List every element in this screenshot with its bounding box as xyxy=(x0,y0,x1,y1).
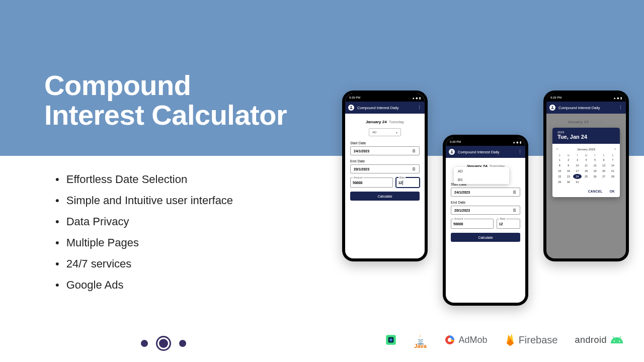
calendar-day[interactable]: 22 xyxy=(555,174,564,179)
phone-mockups: 9:29 PM ▲ ◆ ▮ Compound Interest Daily ⋮ … xyxy=(342,90,624,312)
dialog-month: January 2023 xyxy=(577,148,595,151)
calendar-day[interactable]: 17 xyxy=(573,168,582,173)
tech-logos: Java AdMob Firebase android xyxy=(384,332,624,348)
status-bar: 9:29 PM ▲ ◆ ▮ xyxy=(546,94,626,102)
calendar-day[interactable]: 9 xyxy=(565,163,573,168)
calendar-day[interactable]: 4 xyxy=(582,157,591,162)
calendar-day[interactable]: 20 xyxy=(600,168,608,173)
today-header: January 24 Tuesday xyxy=(350,120,420,124)
calendar-type-dropdown[interactable]: AD▾ xyxy=(369,128,401,136)
calendar-grid: SMTWTFS123456789101112131415161718192021… xyxy=(552,152,620,187)
prev-month-icon[interactable]: ‹ xyxy=(556,147,558,151)
app-title: Compound Interest Daily xyxy=(357,106,414,110)
amount-input[interactable]: Amount 50000 xyxy=(451,219,494,229)
svg-point-8 xyxy=(351,106,352,108)
calendar-icon: 🗓 xyxy=(513,190,517,195)
rate-input[interactable]: Rate 12 xyxy=(497,219,520,229)
firebase-logo: Firebase xyxy=(505,333,558,347)
dialog-date: Tue, Jan 24 xyxy=(557,134,615,140)
calendar-day[interactable]: 29 xyxy=(555,179,564,185)
pager-dot-active[interactable] xyxy=(159,339,168,348)
calendar-day[interactable]: 3 xyxy=(573,157,582,162)
pager-dot[interactable] xyxy=(141,340,148,347)
calendar-day[interactable]: 12 xyxy=(591,163,599,168)
calculate-button[interactable]: Calculate xyxy=(451,233,520,242)
title-line-1: Compound xyxy=(44,69,191,101)
status-icons: ▲ ◆ ▮ xyxy=(613,96,622,100)
amount-input[interactable]: Amount 50000 xyxy=(350,177,393,188)
calendar-day[interactable]: 13 xyxy=(600,163,608,168)
calendar-day[interactable]: 6 xyxy=(600,157,608,162)
app-title: Compound Interest Daily xyxy=(558,106,615,110)
calendar-day[interactable]: 27 xyxy=(600,174,608,179)
calendar-day[interactable]: 5 xyxy=(591,157,599,162)
calendar-day[interactable]: 24 xyxy=(573,174,582,179)
calendar-day[interactable]: 21 xyxy=(608,168,617,173)
feature-item: Google Ads xyxy=(55,279,233,292)
calendar-day[interactable]: 8 xyxy=(555,163,564,168)
calendar-day[interactable]: 19 xyxy=(591,168,599,173)
calendar-day[interactable]: 15 xyxy=(555,168,564,173)
end-date-input[interactable]: 20/1/2023 🗓 xyxy=(350,164,420,173)
start-date-input[interactable]: 24/1/2023 🗓 xyxy=(350,146,420,155)
status-icons: ▲ ◆ ▮ xyxy=(412,96,421,100)
calendar-day[interactable]: 10 xyxy=(573,163,582,168)
calendar-day[interactable]: 2 xyxy=(565,157,573,162)
calendar-day[interactable]: 18 xyxy=(582,168,591,173)
feature-item: Simple and Intuitive user interface xyxy=(55,194,233,207)
calendar-day[interactable]: 7 xyxy=(608,157,617,162)
status-bar: 9:29 PM ▲ ◆ ▮ xyxy=(446,138,525,146)
dialog-year[interactable]: 2023 xyxy=(557,131,615,134)
ok-button[interactable]: OK xyxy=(610,190,615,193)
start-date-label: Start Date xyxy=(350,141,420,145)
app-title: Compound Interest Daily xyxy=(458,150,515,154)
calendar-day[interactable]: 28 xyxy=(608,174,617,179)
feature-item: Multiple Pages xyxy=(55,236,233,249)
calculate-button[interactable]: Calculate xyxy=(350,192,420,201)
svg-point-4 xyxy=(614,340,615,341)
feature-item: Effortless Date Selection xyxy=(55,173,233,186)
calendar-day[interactable]: 23 xyxy=(565,174,573,179)
svg-point-10 xyxy=(552,106,553,108)
calendar-day[interactable]: 14 xyxy=(608,163,617,168)
menu-item-bs[interactable]: BS xyxy=(454,175,509,184)
android-logo: android xyxy=(575,335,624,345)
phone-mockup-2: 9:29 PM ▲ ◆ ▮ Compound Interest Daily ⋮ … xyxy=(443,135,528,306)
date-picker-dialog: 2023 Tue, Jan 24 ‹ January 2023 › SMTWTF… xyxy=(552,128,620,197)
status-bar: 9:29 PM ▲ ◆ ▮ xyxy=(345,94,425,102)
java-logo: Java xyxy=(415,332,427,348)
start-date-input[interactable]: 24/1/2023 🗓 xyxy=(451,188,520,197)
carousel-pager xyxy=(141,339,186,348)
overflow-icon[interactable]: ⋮ xyxy=(417,106,422,110)
svg-point-5 xyxy=(619,340,620,341)
account-icon[interactable] xyxy=(549,105,555,111)
title-line-2: Interest Calculator xyxy=(44,99,287,131)
account-icon[interactable] xyxy=(348,105,354,111)
admob-logo: AdMob xyxy=(444,334,488,346)
rate-input[interactable]: Rate 12 xyxy=(396,177,420,188)
cancel-button[interactable]: CANCEL xyxy=(588,190,603,193)
calendar-day[interactable]: 26 xyxy=(591,174,599,179)
calendar-day[interactable]: 25 xyxy=(582,174,591,179)
android-studio-logo xyxy=(384,333,397,346)
calendar-day[interactable]: 30 xyxy=(565,179,573,185)
calendar-day[interactable]: 31 xyxy=(573,179,582,185)
pager-dot[interactable] xyxy=(179,340,186,347)
chevron-down-icon: ▾ xyxy=(396,131,397,134)
calendar-day[interactable]: 11 xyxy=(582,163,591,168)
app-bar: Compound Interest Daily ⋮ xyxy=(446,146,525,158)
dialog-header: 2023 Tue, Jan 24 xyxy=(552,128,620,144)
calendar-icon: 🗓 xyxy=(412,167,416,171)
calendar-icon: 🗓 xyxy=(412,149,416,153)
feature-list: Effortless Date Selection Simple and Int… xyxy=(55,173,233,300)
menu-item-ad[interactable]: AD xyxy=(454,167,509,175)
phone-mockup-1: 9:29 PM ▲ ◆ ▮ Compound Interest Daily ⋮ … xyxy=(342,90,428,261)
status-icons: ▲ ◆ ▮ xyxy=(513,140,521,144)
overflow-icon[interactable]: ⋮ xyxy=(518,150,522,154)
calendar-day[interactable]: 16 xyxy=(565,168,573,173)
overflow-icon[interactable]: ⋮ xyxy=(618,106,623,110)
account-icon[interactable] xyxy=(449,149,455,155)
next-month-icon[interactable]: › xyxy=(614,147,616,151)
end-date-input[interactable]: 20/1/2023 🗓 xyxy=(451,206,520,215)
calendar-day[interactable]: 1 xyxy=(555,157,564,162)
